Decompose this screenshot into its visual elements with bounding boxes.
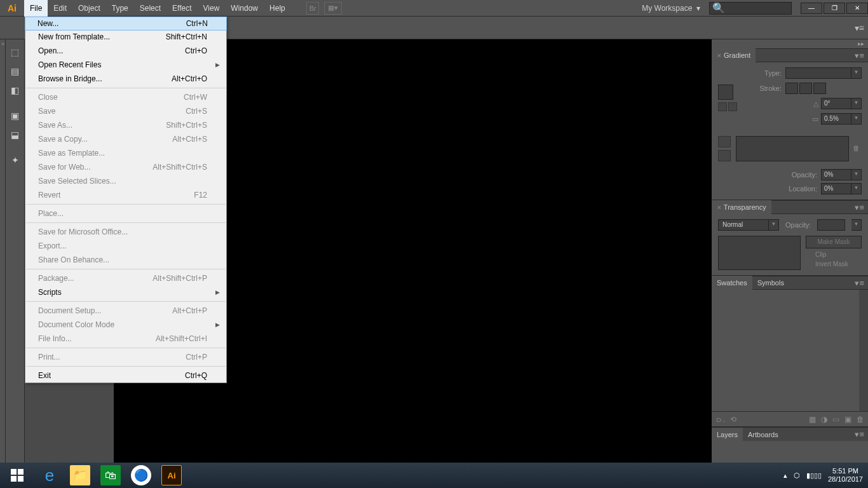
menuitem-open[interactable]: Open...Ctrl+O	[25, 44, 226, 58]
tray-dropbox-icon[interactable]: ⬡	[794, 471, 800, 480]
submenu-arrow-icon: ▶	[215, 322, 220, 328]
tool-icon[interactable]: ✦	[6, 151, 24, 169]
scrollbar-vertical[interactable]	[859, 290, 868, 411]
close-button[interactable]: ✕	[846, 3, 868, 14]
menuitem-exit[interactable]: ExitCtrl+Q	[25, 369, 226, 383]
trash-icon[interactable]: 🗑	[857, 415, 864, 424]
tab-artboards[interactable]: Artboards	[743, 428, 783, 442]
gradient-type-field[interactable]	[785, 67, 851, 79]
swatch-foot-icon[interactable]: ▣	[844, 415, 851, 424]
dropdown-icon[interactable]: ▼	[851, 98, 862, 109]
dropdown-icon[interactable]: ▼	[851, 219, 862, 231]
tool-icon[interactable]: ▤	[6, 62, 24, 80]
menu-type[interactable]: Type	[106, 0, 134, 17]
gradient-swatch[interactable]	[718, 85, 733, 100]
dropdown-icon[interactable]: ▼	[851, 113, 862, 125]
trash-icon[interactable]: 🗑	[853, 144, 862, 153]
panel-header-layers: Layers Artboards ▾≡	[712, 427, 868, 441]
swatch-foot-icon[interactable]: ⟲	[730, 415, 736, 424]
tray-clock[interactable]: 5:51 PM 28/10/2017	[828, 467, 863, 484]
panel-options-icon[interactable]: ▾≡	[855, 430, 864, 439]
collapse-panels-icon[interactable]: ▸▸	[858, 40, 864, 47]
taskbar-chrome-icon[interactable]: 🔵	[126, 463, 156, 488]
start-button[interactable]	[0, 463, 34, 488]
tray-network-icon[interactable]: ▮▯▯▯	[806, 471, 822, 480]
panel-options-icon[interactable]: ▾≡	[855, 51, 864, 60]
gradient-tool-icon[interactable]	[728, 102, 737, 111]
taskbar-illustrator-icon[interactable]: Ai	[156, 463, 187, 488]
expand-tools-icon[interactable]: »	[0, 41, 6, 48]
clip-checkbox[interactable]	[806, 251, 813, 258]
search-input[interactable]: 🔍	[709, 2, 792, 15]
minimize-button[interactable]: —	[801, 3, 822, 14]
menuitem-place: Place...	[25, 207, 226, 220]
swatches-footer: ⫐. ⟲ ▦ ◑ ▭ ▣ 🗑	[712, 412, 868, 427]
swatch-foot-icon[interactable]: ▭	[832, 415, 839, 424]
tool-icon[interactable]: ▣	[6, 107, 24, 125]
menuitem-open-recent-files[interactable]: Open Recent Files▶	[25, 58, 226, 72]
taskbar-ie-icon[interactable]: e	[34, 463, 65, 488]
dropdown-icon[interactable]: ▼	[769, 219, 779, 231]
taskbar-store-icon[interactable]: 🛍	[95, 463, 126, 488]
menuitem-close: CloseCtrl+W	[25, 90, 226, 104]
menuitem-scripts[interactable]: Scripts▶	[25, 285, 226, 299]
stroke-option-button[interactable]	[785, 83, 798, 94]
menuitem-file-info: File Info...Alt+Shift+Ctrl+I	[25, 332, 226, 346]
menuitem-new-from-template[interactable]: New from Template...Shift+Ctrl+N	[25, 30, 226, 44]
tab-swatches[interactable]: Swatches	[712, 276, 752, 290]
tab-gradient[interactable]: ✕ Gradient	[712, 48, 756, 62]
dropdown-icon[interactable]: ▼	[851, 169, 862, 180]
gradient-ramp[interactable]	[736, 136, 849, 161]
panel-header-gradient: ✕ Gradient ▾≡	[712, 48, 868, 62]
menu-object[interactable]: Object	[72, 0, 106, 17]
taskbar-explorer-icon[interactable]: 📁	[65, 463, 95, 488]
gradient-sideicon[interactable]	[718, 150, 731, 161]
swatch-foot-icon[interactable]: ▦	[809, 415, 816, 424]
tool-icon[interactable]: ⬚	[6, 43, 24, 61]
menu-help[interactable]: Help	[264, 0, 291, 17]
transparency-thumb[interactable]	[718, 236, 801, 270]
dropdown-icon[interactable]: ▼	[851, 67, 862, 79]
tab-layers[interactable]: Layers	[712, 428, 743, 442]
menuitem-new[interactable]: New...Ctrl+N	[25, 17, 227, 30]
menu-window[interactable]: Window	[225, 0, 264, 17]
menuitem-browse-in-bridge[interactable]: Browse in Bridge...Alt+Ctrl+O	[25, 72, 226, 86]
workspace-selector[interactable]: My Workspace ▾	[637, 1, 705, 15]
submenu-arrow-icon: ▶	[215, 289, 220, 295]
stroke-option-button[interactable]	[799, 83, 812, 94]
swatch-foot-icon[interactable]: ⫐.	[715, 415, 725, 424]
menu-view[interactable]: View	[198, 0, 226, 17]
arrange-icon[interactable]: ▦▾	[324, 2, 342, 15]
stroke-option-button[interactable]	[813, 83, 826, 94]
menu-file[interactable]: File	[24, 0, 48, 17]
angle-field[interactable]: 0°	[821, 98, 851, 109]
invert-mask-checkbox[interactable]	[806, 261, 813, 268]
controlbar-options-icon[interactable]: ▾≡	[855, 23, 864, 33]
file-menu-dropdown: New...Ctrl+NNew from Template...Shift+Ct…	[25, 17, 227, 383]
toolbar: ⬚ ▤ ◧ ▣ ⬓ ✦	[6, 39, 25, 463]
gradient-opacity-field[interactable]: 0%	[821, 169, 851, 180]
tray-expand-icon[interactable]: ▴	[783, 471, 787, 480]
menu-select[interactable]: Select	[134, 0, 166, 17]
panel-options-icon[interactable]: ▾≡	[855, 278, 864, 288]
menu-effect[interactable]: Effect	[166, 0, 197, 17]
make-mask-button[interactable]: Make Mask	[806, 236, 862, 248]
bridge-icon[interactable]: Br	[306, 2, 319, 15]
gradient-location-field[interactable]: 0%	[821, 183, 851, 194]
panel-options-icon[interactable]: ▾≡	[855, 203, 864, 212]
tab-transparency[interactable]: ✕ Transparency	[712, 200, 771, 214]
swatch-foot-icon[interactable]: ◑	[821, 415, 827, 424]
gradient-sideicon[interactable]	[718, 136, 731, 147]
menu-edit[interactable]: Edit	[48, 0, 72, 17]
gradient-help-icon[interactable]	[718, 102, 727, 111]
ratio-field[interactable]: 0.5%	[821, 113, 851, 125]
search-icon: 🔍	[712, 2, 725, 14]
blend-mode-select[interactable]: Normal	[718, 219, 769, 231]
transparency-opacity-field[interactable]	[817, 219, 845, 231]
panel-body-transparency: Normal▼ Opacity: ▼ Make Mask Clip Invert…	[712, 214, 868, 276]
maximize-button[interactable]: ❐	[824, 3, 845, 14]
tool-icon[interactable]: ◧	[6, 81, 24, 99]
tab-symbols[interactable]: Symbols	[752, 276, 789, 290]
tool-icon[interactable]: ⬓	[6, 126, 24, 144]
dropdown-icon[interactable]: ▼	[851, 183, 862, 194]
